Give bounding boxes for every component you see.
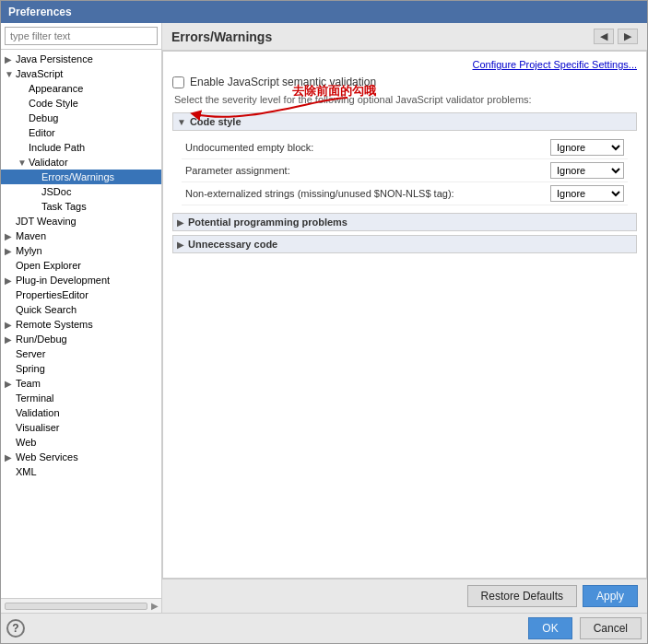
sidebar-item-xml[interactable]: XML (1, 464, 161, 479)
sidebar-item-label-mylyn: Mylyn (16, 245, 42, 256)
toggle-plugin-development: ▶ (5, 275, 16, 286)
description-text: Select the severity level for the follow… (174, 94, 637, 105)
sidebar-item-label-remote-systems: Remote Systems (16, 319, 93, 330)
sidebar-item-label-web-services: Web Services (16, 451, 78, 463)
sidebar-item-label-run-debug: Run/Debug (16, 334, 67, 345)
horizontal-scrollbar[interactable] (5, 603, 147, 610)
sidebar-item-web-services[interactable]: ▶Web Services (1, 450, 161, 464)
bottom-row: ? OK Cancel (1, 613, 647, 643)
undocumented-select[interactable]: IgnoreWarningError (550, 139, 624, 156)
window-title: Preferences (8, 6, 72, 18)
parameter-select[interactable]: IgnoreWarningError (550, 162, 624, 179)
panel-header: Errors/Warnings ◀ ▶ (162, 23, 647, 51)
sidebar-item-task-tags[interactable]: Task Tags (1, 199, 161, 214)
scroll-arrow[interactable]: ▶ (151, 601, 159, 611)
sidebar-item-run-debug[interactable]: ▶Run/Debug (1, 332, 161, 346)
sidebar-item-open-explorer[interactable]: Open Explorer (1, 258, 161, 273)
validation-row-3: Non-externalized strings (missing/unused… (182, 182, 628, 205)
sidebar-item-label-errors-warnings: Errors/Warnings (41, 171, 114, 182)
preferences-window: Preferences ▶Java Persistence▼JavaScript… (0, 0, 648, 644)
nav-back-button[interactable]: ◀ (594, 29, 614, 44)
sidebar-item-label-editor: Editor (29, 127, 55, 138)
toggle-javascript: ▼ (5, 69, 16, 79)
sidebar-item-label-jdt-weaving: JDT Weaving (16, 216, 77, 227)
sidebar-item-quick-search[interactable]: Quick Search (1, 302, 161, 317)
sidebar-item-java-persistence[interactable]: ▶Java Persistence (1, 52, 161, 66)
sidebar-item-label-debug: Debug (29, 112, 58, 123)
sidebar-item-label-maven: Maven (16, 230, 46, 241)
panel-bottom-bar: Restore Defaults Apply (162, 579, 647, 613)
sidebar-item-errors-warnings[interactable]: Errors/Warnings (1, 170, 161, 184)
toggle-maven: ▶ (5, 231, 16, 241)
sidebar-item-terminal[interactable]: Terminal (1, 391, 161, 405)
title-bar: Preferences (1, 1, 647, 23)
toggle-web-services: ▶ (5, 452, 16, 463)
tree-area: ▶Java Persistence▼JavaScript Appearance … (1, 50, 161, 598)
checkbox-section: Enable JavaScript semantic validation 去除… (172, 76, 637, 88)
filter-input[interactable] (5, 27, 158, 45)
sidebar-item-label-xml: XML (16, 466, 37, 477)
sidebar-item-jsdoc[interactable]: JSDoc (1, 184, 161, 199)
unnecessary-code-toggle: ▶ (177, 240, 184, 250)
code-style-title: Code style (190, 116, 242, 127)
enable-validation-label[interactable]: Enable JavaScript semantic validation (190, 76, 376, 88)
sidebar-item-visualiser[interactable]: Visualiser (1, 420, 161, 435)
code-style-section-header[interactable]: ▼ Code style (172, 112, 637, 131)
main-content: ▶Java Persistence▼JavaScript Appearance … (1, 23, 647, 613)
toggle-team: ▶ (5, 379, 16, 389)
panel-body: Configure Project Specific Settings... E… (162, 51, 647, 579)
restore-defaults-button[interactable]: Restore Defaults (467, 585, 577, 607)
sidebar-item-server[interactable]: Server (1, 346, 161, 361)
sidebar-item-validation[interactable]: Validation (1, 405, 161, 420)
toggle-validator: ▼ (18, 158, 29, 168)
sidebar-item-label-visualiser: Visualiser (16, 422, 60, 433)
nav-forward-button[interactable]: ▶ (618, 29, 638, 44)
undocumented-label: Undocumented empty block: (185, 142, 550, 153)
sidebar-item-label-spring: Spring (16, 363, 45, 374)
sidebar-item-debug[interactable]: Debug (1, 111, 161, 125)
sidebar-item-team[interactable]: ▶Team (1, 376, 161, 391)
sidebar-item-web[interactable]: Web (1, 435, 161, 450)
unnecessary-code-section-header[interactable]: ▶ Unnecessary code (172, 235, 637, 253)
ok-cancel-row: OK Cancel (528, 617, 642, 639)
sidebar-item-label-code-style: Code Style (29, 98, 78, 109)
sidebar-item-label-include-path: Include Path (29, 142, 85, 153)
help-button[interactable]: ? (6, 619, 25, 638)
sidebar-item-label-quick-search: Quick Search (16, 304, 77, 315)
sidebar-item-validator[interactable]: ▼Validator (1, 155, 161, 170)
sidebar-item-label-java-persistence: Java Persistence (16, 53, 93, 64)
apply-button[interactable]: Apply (583, 585, 638, 607)
sidebar-item-include-path[interactable]: Include Path (1, 140, 161, 155)
enable-validation-row: Enable JavaScript semantic validation (172, 76, 637, 88)
enable-validation-checkbox[interactable] (172, 76, 184, 88)
sidebar-item-appearance[interactable]: Appearance (1, 81, 161, 96)
sidebar-item-remote-systems[interactable]: ▶Remote Systems (1, 317, 161, 332)
code-style-content: Undocumented empty block: IgnoreWarningE… (172, 135, 637, 207)
sidebar-item-label-plugin-development: Plug-in Development (16, 275, 110, 286)
cancel-button[interactable]: Cancel (580, 617, 642, 639)
configure-link[interactable]: Configure Project Specific Settings... (172, 59, 637, 70)
sidebar-item-javascript[interactable]: ▼JavaScript (1, 66, 161, 81)
sidebar-item-code-style[interactable]: Code Style (1, 96, 161, 111)
sidebar-item-label-web: Web (16, 437, 36, 448)
code-style-toggle: ▼ (177, 117, 186, 127)
unnecessary-code-title: Unnecessary code (188, 239, 277, 250)
sidebar-item-properties-editor[interactable]: PropertiesEditor (1, 287, 161, 302)
toggle-mylyn: ▶ (5, 246, 16, 256)
sidebar-item-jdt-weaving[interactable]: JDT Weaving (1, 214, 161, 228)
sidebar-item-mylyn[interactable]: ▶Mylyn (1, 243, 161, 258)
toggle-run-debug: ▶ (5, 334, 16, 345)
ok-button[interactable]: OK (528, 617, 571, 639)
sidebar-item-maven[interactable]: ▶Maven (1, 228, 161, 243)
sidebar-item-editor[interactable]: Editor (1, 125, 161, 140)
non-externalized-select[interactable]: IgnoreWarningError (550, 185, 624, 202)
panel-nav: ◀ ▶ (594, 29, 638, 44)
sidebar: ▶Java Persistence▼JavaScript Appearance … (1, 23, 162, 613)
sidebar-item-label-validation: Validation (16, 407, 60, 418)
sidebar-item-spring[interactable]: Spring (1, 361, 161, 376)
sidebar-item-plugin-development[interactable]: ▶Plug-in Development (1, 273, 161, 287)
potential-problems-section-header[interactable]: ▶ Potential programming problems (172, 213, 637, 231)
validation-row-2: Parameter assignment: IgnoreWarningError (182, 159, 628, 182)
validation-row-1: Undocumented empty block: IgnoreWarningE… (182, 136, 628, 159)
right-panel: Errors/Warnings ◀ ▶ Configure Project Sp… (162, 23, 647, 613)
